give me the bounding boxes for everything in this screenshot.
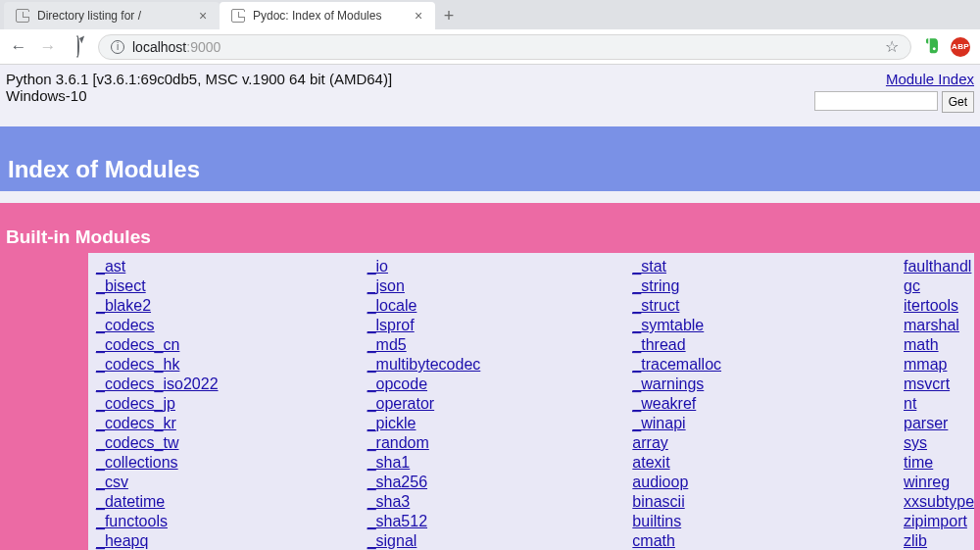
module-link[interactable]: _random [368, 433, 617, 453]
module-link[interactable]: _datetime [96, 492, 352, 512]
module-link[interactable]: array [632, 433, 888, 453]
module-link[interactable]: _ast [96, 257, 352, 276]
module-link[interactable]: _codecs_kr [96, 414, 352, 433]
get-button[interactable]: Get [942, 91, 974, 113]
module-link[interactable]: _md5 [368, 335, 617, 355]
module-link[interactable]: _collections [96, 453, 352, 473]
back-button[interactable]: ← [10, 37, 27, 57]
module-link[interactable]: _codecs_iso2022 [96, 375, 352, 394]
module-link[interactable]: _blake2 [96, 296, 352, 316]
module-link[interactable]: zipimport [904, 512, 966, 531]
module-link[interactable]: _thread [632, 335, 888, 355]
module-link[interactable]: msvcrt [904, 375, 966, 394]
module-column: _ast_bisect_blake2_codecs_codecs_cn_code… [88, 257, 360, 550]
module-link[interactable]: _csv [96, 473, 352, 492]
module-link[interactable]: _io [368, 257, 617, 276]
module-link[interactable]: _sha1 [368, 453, 617, 473]
module-link[interactable]: _heapq [96, 531, 352, 550]
module-link[interactable]: builtins [632, 512, 888, 531]
module-link[interactable]: _codecs_jp [96, 394, 352, 414]
module-link[interactable]: sys [904, 433, 966, 453]
module-link[interactable]: _multibytecodec [368, 355, 617, 375]
module-link[interactable]: _codecs_tw [96, 433, 352, 453]
module-link[interactable]: _weakref [632, 394, 888, 414]
file-icon [231, 9, 245, 23]
module-link[interactable]: _json [368, 276, 617, 296]
bookmark-star-icon[interactable]: ☆ [885, 37, 899, 56]
module-link[interactable]: _functools [96, 512, 352, 531]
reload-button[interactable] [69, 37, 86, 57]
module-link[interactable]: _struct [632, 296, 888, 316]
module-link[interactable]: _stat [632, 257, 888, 276]
module-link[interactable]: _codecs [96, 316, 352, 335]
module-link[interactable]: atexit [632, 453, 888, 473]
file-icon [16, 9, 29, 23]
module-link[interactable]: _string [632, 276, 888, 296]
url-text: localhost:9000 [132, 39, 220, 55]
builtin-modules-section: Built-in Modules _ast_bisect_blake2_code… [0, 203, 980, 550]
module-link[interactable]: cmath [632, 531, 888, 550]
module-link[interactable]: gc [904, 276, 966, 296]
section-heading: Built-in Modules [0, 203, 980, 253]
module-link[interactable]: winreg [904, 473, 966, 492]
module-link[interactable]: _sha512 [368, 512, 617, 531]
module-link[interactable]: _codecs_hk [96, 355, 352, 375]
module-link[interactable]: _locale [368, 296, 617, 316]
module-link[interactable]: nt [904, 394, 966, 414]
site-info-icon[interactable]: i [111, 40, 124, 54]
tab-directory-listing[interactable]: Directory listing for / × [4, 2, 220, 29]
module-link[interactable]: zlib [904, 531, 966, 550]
extension-icons: ABP [923, 36, 970, 58]
module-link[interactable]: _winapi [632, 414, 888, 433]
module-column: faulthandlgcitertoolsmarshalmathmmapmsvc… [896, 257, 974, 550]
module-link[interactable]: audioop [632, 473, 888, 492]
module-link[interactable]: math [904, 335, 966, 355]
forward-button[interactable]: → [39, 37, 57, 57]
module-link[interactable]: _sha3 [368, 492, 617, 512]
tab-pydoc-index[interactable]: Pydoc: Index of Modules × [220, 2, 435, 29]
address-bar[interactable]: i localhost:9000 ☆ [98, 34, 911, 60]
module-link[interactable]: _opcode [368, 375, 617, 394]
evernote-icon[interactable] [923, 36, 941, 58]
module-link[interactable]: faulthandl [904, 257, 966, 276]
module-column: _stat_string_struct_symtable_thread_trac… [624, 257, 896, 550]
module-link[interactable]: _tracemalloc [632, 355, 888, 375]
module-link[interactable]: xxsubtype [904, 492, 966, 512]
module-link[interactable]: marshal [904, 316, 966, 335]
page-title: Index of Modules [0, 126, 980, 191]
page-content: Python 3.6.1 [v3.6.1:69c0db5, MSC v.1900… [0, 65, 980, 550]
module-link[interactable]: _bisect [96, 276, 352, 296]
module-link[interactable]: _symtable [632, 316, 888, 335]
module-link[interactable]: _pickle [368, 414, 617, 433]
tab-title: Directory listing for / [37, 9, 188, 23]
module-link[interactable]: time [904, 453, 966, 473]
tabstrip: Directory listing for / × Pydoc: Index o… [0, 0, 980, 29]
module-link[interactable]: itertools [904, 296, 966, 316]
module-link[interactable]: binascii [632, 492, 888, 512]
close-icon[interactable]: × [412, 9, 425, 23]
module-link[interactable]: _lsprof [368, 316, 617, 335]
python-version-line: Python 3.6.1 [v3.6.1:69c0db5, MSC v.1900… [6, 71, 392, 113]
reload-icon [75, 35, 79, 58]
module-link[interactable]: _operator [368, 394, 617, 414]
module-link[interactable]: _sha256 [368, 473, 617, 492]
module-link[interactable]: _signal [368, 531, 617, 550]
toolbar: ← → i localhost:9000 ☆ ABP [0, 29, 980, 65]
module-link[interactable]: parser [904, 414, 966, 433]
search-input[interactable] [814, 91, 938, 111]
tab-title: Pydoc: Index of Modules [253, 9, 404, 23]
module-index-link[interactable]: Module Index [886, 71, 974, 87]
module-link[interactable]: _codecs_cn [96, 335, 352, 355]
module-column: _io_json_locale_lsprof_md5_multibytecode… [360, 257, 625, 550]
close-icon[interactable]: × [196, 9, 210, 23]
browser-chrome: Directory listing for / × Pydoc: Index o… [0, 0, 980, 65]
module-link[interactable]: _warnings [632, 375, 888, 394]
adblock-plus-icon[interactable]: ABP [951, 37, 970, 57]
new-tab-button[interactable]: + [435, 2, 463, 29]
module-link[interactable]: mmap [904, 355, 966, 375]
